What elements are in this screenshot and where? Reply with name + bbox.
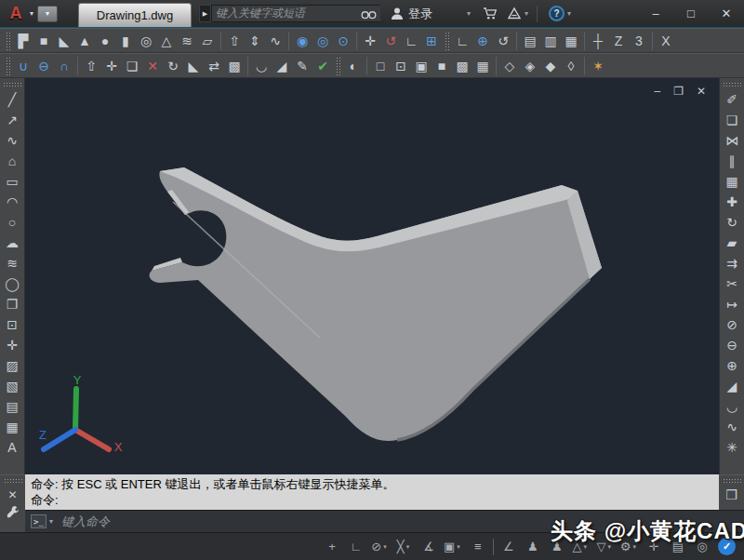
- polygon-icon[interactable]: ⌂: [2, 151, 22, 171]
- command-panel-grip[interactable]: [4, 478, 22, 483]
- mtext-icon[interactable]: A: [2, 437, 22, 458]
- ucs-world-icon[interactable]: ⊕: [473, 31, 492, 51]
- chamfer-edge-icon[interactable]: ◢: [272, 56, 291, 76]
- maximize-button[interactable]: □: [673, 1, 709, 27]
- vs-wireframe-icon[interactable]: ⊡: [392, 56, 410, 76]
- toolbar-grip[interactable]: [3, 82, 21, 87]
- move-gizmo-icon[interactable]: ✛: [361, 31, 379, 51]
- quick-access-customize-button[interactable]: ▾: [37, 6, 58, 22]
- point-icon[interactable]: ✛: [2, 335, 22, 355]
- drawing-tab[interactable]: Drawing1.dwg: [78, 3, 192, 27]
- dynamic-ucs-icon[interactable]: ∠: [498, 537, 520, 557]
- create-block-icon[interactable]: ⊡: [2, 314, 22, 335]
- sphere-icon[interactable]: ●: [96, 31, 114, 51]
- join-icon[interactable]: ⊕: [722, 355, 742, 376]
- presspull-icon[interactable]: ⇕: [246, 31, 264, 51]
- line-icon[interactable]: ╱: [2, 89, 22, 110]
- viewport-close-button[interactable]: ✕: [697, 86, 706, 97]
- copy-faces-icon[interactable]: ⇄: [205, 56, 223, 76]
- toolbar-grip[interactable]: [336, 57, 340, 75]
- view-ne-isometric-icon[interactable]: ◆: [541, 56, 560, 76]
- dynamic-input-icon[interactable]: +: [321, 537, 343, 557]
- ucs-face-icon[interactable]: ▤: [521, 31, 539, 51]
- scale-icon[interactable]: ▰: [722, 233, 742, 253]
- construction-line-icon[interactable]: ↗: [2, 110, 22, 130]
- view-sw-isometric-icon[interactable]: ◇: [500, 56, 519, 76]
- view-nw-isometric-icon[interactable]: ◊: [562, 56, 580, 76]
- chamfer-icon[interactable]: ◢: [722, 376, 742, 396]
- render-icon[interactable]: ✶: [589, 56, 607, 76]
- mirror-icon[interactable]: ⋈: [722, 130, 742, 151]
- extend-icon[interactable]: ↦: [722, 294, 742, 314]
- gradient-icon[interactable]: ▧: [2, 376, 22, 396]
- toolbar-grip[interactable]: [6, 57, 10, 75]
- delete-faces-icon[interactable]: ✕: [143, 56, 162, 76]
- clean-icon[interactable]: ✔: [313, 56, 332, 76]
- table-icon[interactable]: ▦: [2, 417, 22, 437]
- vs-shaded-icon[interactable]: ▦: [473, 56, 492, 76]
- ortho-mode-icon[interactable]: ∟: [345, 537, 367, 557]
- logo-dropdown-caret[interactable]: ▾: [30, 9, 33, 18]
- vs-conceptual-icon[interactable]: ▩: [453, 56, 472, 76]
- region-icon[interactable]: ▤: [2, 396, 22, 417]
- viewport-restore-button[interactable]: ❐: [673, 86, 684, 97]
- minimize-button[interactable]: –: [638, 1, 673, 27]
- wedge-icon[interactable]: ◣: [55, 31, 73, 51]
- help-dropdown-caret[interactable]: ▾: [567, 9, 571, 18]
- cylinder-icon[interactable]: ▮: [116, 31, 135, 51]
- union-icon[interactable]: ∪: [14, 56, 33, 76]
- spline-icon[interactable]: ≋: [2, 253, 22, 273]
- blend-curves-icon[interactable]: ∿: [722, 417, 742, 437]
- subobject-no-filter-icon[interactable]: ◉: [293, 31, 312, 51]
- docked-toolbar-icon[interactable]: ❒: [722, 485, 742, 505]
- erase-icon[interactable]: ✐: [722, 89, 742, 110]
- planar-surface-icon[interactable]: ▱: [198, 31, 217, 51]
- vs-realistic-icon[interactable]: ■: [432, 56, 451, 76]
- cart-icon[interactable]: [483, 7, 498, 20]
- search-arrow-button[interactable]: ▶: [199, 5, 211, 22]
- fillet-edge-icon[interactable]: ◡: [252, 56, 271, 76]
- circle-icon[interactable]: ○: [2, 212, 22, 233]
- torus-icon[interactable]: ◎: [137, 31, 155, 51]
- trim-icon[interactable]: ✂: [722, 273, 742, 294]
- helix-icon[interactable]: ≋: [178, 31, 196, 51]
- viewport-minimize-button[interactable]: –: [654, 86, 660, 97]
- toolbar-grip[interactable]: [445, 32, 449, 50]
- close-button[interactable]: ✕: [709, 1, 744, 27]
- toolbar-grip[interactable]: [723, 478, 741, 483]
- ellipse-icon[interactable]: ◯: [2, 273, 22, 294]
- command-prompt-caret[interactable]: ▾: [49, 517, 53, 526]
- search-box[interactable]: 键入关键字或短语: [211, 5, 380, 22]
- isometric-drafting-icon[interactable]: ╳▾: [393, 537, 416, 557]
- offset-faces-icon[interactable]: ❏: [123, 56, 141, 76]
- toolbar-grip[interactable]: [723, 82, 741, 87]
- imprint-icon[interactable]: ✎: [293, 56, 312, 76]
- search-binoculars-icon[interactable]: [361, 7, 377, 20]
- ucs-icon[interactable]: ∟: [453, 31, 472, 51]
- ucs-previous-icon[interactable]: ↺: [494, 31, 512, 51]
- polyline-icon[interactable]: ∿: [2, 130, 22, 151]
- sweep-icon[interactable]: ∿: [266, 31, 285, 51]
- a360-icon[interactable]: [507, 7, 522, 20]
- command-close-icon[interactable]: ✕: [7, 488, 17, 501]
- drawing-area[interactable]: – ❐ ✕ Y X Z: [25, 78, 719, 474]
- rectangle-icon[interactable]: ▭: [2, 171, 22, 192]
- dropdown-caret[interactable]: ▾: [383, 543, 387, 550]
- visual-styles-manager-icon[interactable]: ◐: [344, 56, 363, 76]
- scale-gizmo-icon[interactable]: ∟: [402, 31, 420, 51]
- annotation-monitor-icon[interactable]: ♟: [522, 537, 544, 557]
- polar-tracking-icon[interactable]: ⊘▾: [369, 537, 392, 557]
- ucs-object-icon[interactable]: ▥: [541, 31, 560, 51]
- subobject-vertex-filter-icon[interactable]: ◎: [313, 31, 332, 51]
- intersect-icon[interactable]: ∩: [55, 56, 73, 76]
- a360-dropdown-caret[interactable]: ▾: [525, 9, 528, 18]
- fillet-icon[interactable]: ◡: [722, 396, 742, 417]
- rotate-gizmo-icon[interactable]: ↺: [381, 31, 400, 51]
- vs-2d-wireframe-icon[interactable]: □: [371, 56, 390, 76]
- box-icon[interactable]: ■: [34, 31, 53, 51]
- taper-faces-icon[interactable]: ◣: [184, 56, 203, 76]
- ucs-origin-icon[interactable]: ┼: [589, 31, 607, 51]
- command-customize-wrench-icon[interactable]: [6, 505, 20, 519]
- dropdown-caret[interactable]: ▾: [457, 543, 460, 550]
- move-icon[interactable]: ✚: [722, 192, 742, 212]
